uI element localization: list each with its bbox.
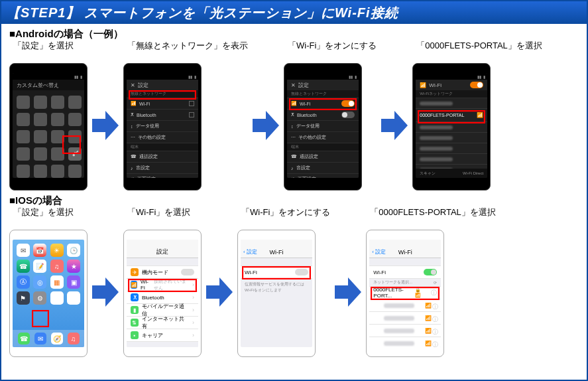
ios-wifi-toggle-on[interactable] [424,269,437,275]
app-grid [13,90,84,178]
arrow-icon [88,62,123,189]
airplane-icon: ✈︎ [131,268,139,276]
ios-settings-app[interactable]: ⚙︎ [33,291,46,305]
highlight-settings-app [62,135,81,154]
wifi-header-toggle[interactable] [470,82,483,88]
app-drawer-header: カスタム並べ替え [17,82,59,89]
android-step2-caption: 「無線とネットワーク」を表示 [123,40,248,62]
wifi-networks-label: Wi-Fiネットワーク [420,91,453,97]
highlight-wireless-category [129,90,196,100]
ios-phone-2: 設定 ✈︎機内モード 📶Wi-Fi接続されていません› ⵅBluetooth› … [123,230,202,357]
ios-step1-caption: 「設定」を選択 [9,207,74,228]
highlight-ios-target-network [371,287,440,300]
bluetooth-icon: ⵅ [131,293,139,301]
back-button[interactable]: ‹ 設定 [243,248,257,256]
back-button[interactable]: ‹ 設定 [372,248,386,256]
ios-step2-caption: 「Wi-Fi」を選択 [123,207,190,228]
highlight-ios-wifi-row [128,279,197,292]
bluetooth-icon: ⵅ [131,112,134,117]
instruction-card: 【STEP1】 スマートフォンを「光ステーション」にWi-Fi接続 ■Andro… [0,0,588,381]
android-phone-4: ▮▮▮ 📶Wi-Fi Wi-Fiネットワーク 0000FLETS-PORTAL📶… [412,63,491,190]
highlight-ios-wifi-toggle [242,266,311,279]
gear-icon: ✕ [131,82,135,88]
scan-button[interactable]: スキャン [420,171,436,177]
arrow-icon [377,62,412,189]
wifi-header: 📶Wi-Fi [416,80,487,90]
arrow-icon [202,228,237,356]
choose-network-label: ネットワークを選択... [373,279,412,285]
svg-point-0 [73,154,76,157]
ios-wifi-header: ‹ 設定Wi-Fi [241,246,312,258]
ios-heading: ■IOSの場合 [9,194,579,207]
highlight-wifi-toggle [289,98,357,110]
ios-wifi-header: Wi-Fi [398,249,412,256]
arrow-icon [88,228,123,356]
android-phone-3: ▮▮▮ ✕設定 無線とネットワーク 📶Wi-Fi ⵅBluetooth ↕データ… [284,63,362,190]
more-settings-row[interactable]: ⋯その他の設定 [127,132,198,143]
wifi-icon: 📶 [131,101,137,106]
android-step3-caption: 「Wi-Fi」をオンにする [284,40,377,62]
wifi-row[interactable]: 📶Wi-Fi [127,98,198,110]
arrow-icon [248,62,284,189]
android-row: 「設定」を選択 ▮▮▮ カスタム並べ替え [9,40,579,190]
ios-phone-1: ✉︎📅☀︎🕒 ☎︎📝♫★ Ⓐ◎▦▣ ⚑⚙︎ ☎︎✉︎🧭♫ [9,230,88,357]
ios-settings-header: 設定 [127,246,198,258]
ios-step3-caption: 「Wi-Fi」をオンにする [237,207,330,228]
ios-dock: ☎︎✉︎🧭♫ [13,330,84,347]
android-phone-1: ▮▮▮ カスタム並べ替え [9,63,88,190]
settings-header: ✕設定 [127,80,198,90]
ios-phone-4: ‹ 設定Wi-Fi Wi-Fi ネットワークを選択...⟳ 0000FLETS-… [366,230,444,357]
android-phone-2: ▮▮▮ ✕設定 無線とネットワーク 📶Wi-Fi ⵅBluetooth ↕データ… [123,63,202,190]
ios-home-grid: ✉︎📅☀︎🕒 ☎︎📝♫★ Ⓐ◎▦▣ ⚑⚙︎ [13,240,84,305]
ios-phone-3: ‹ 設定Wi-Fi Wi-Fi 位置情報サービスを使用するにはWi-Fiをオンに… [237,230,316,357]
android-step1-caption: 「設定」を選択 [9,40,74,62]
android-heading: ■Androidの場合（一例） [9,28,579,40]
arrow-icon [330,228,366,356]
highlight-target-network [418,110,485,123]
settings-header: 設定 [298,82,309,89]
wifi-icon: 📶 [420,82,426,88]
bluetooth-row[interactable]: ⵅBluetooth [127,110,198,121]
wifi-direct-button[interactable]: Wi-Fi Direct [463,171,483,175]
ios-step4-caption: 「0000FLETS-PORTAL」を選択 [366,207,496,228]
data-usage-row[interactable]: ↕データ使用 [127,121,198,132]
ios-row: 「設定」を選択 ✉︎📅☀︎🕒 ☎︎📝♫★ Ⓐ◎▦▣ ⚑⚙︎ ☎︎✉︎🧭♫ [9,207,579,357]
highlight-ios-settings [32,310,49,327]
wifi-footer: スキャンWi-Fi Direct [416,169,487,178]
step-title: 【STEP1】 スマートフォンを「光ステーション」にWi-Fi接続 [1,1,587,24]
android-step4-caption: 「0000FLETS-PORTAL」を選択 [412,40,542,62]
